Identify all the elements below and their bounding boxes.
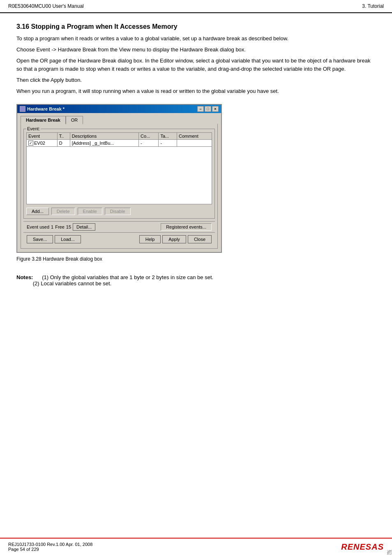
free-label: Free [55, 224, 65, 229]
col-event: Event [27, 132, 58, 139]
notes-label: Notes: [16, 274, 33, 280]
tab-bar: Hardware Break OR [21, 116, 218, 124]
paragraph-3: Open the OR page of the Hardware Break d… [16, 57, 376, 74]
event-used-label: Event used [27, 224, 49, 229]
section-title: 3.16 Stopping a Program when It Accesses… [16, 23, 376, 30]
dialog-body: Hardware Break OR Event: [17, 113, 221, 252]
table-row[interactable]: ✓ EV02 D [Address] _g_IntBu... - - [27, 139, 212, 146]
status-bar: Event used 1 Free 15 Detail... Registere… [23, 221, 215, 232]
col-comment: Comment [177, 132, 212, 139]
col-condition: Co... [139, 132, 159, 139]
note-2: (2) Local variables cannot be set. [33, 280, 112, 287]
disable-button[interactable]: Disable [105, 208, 131, 215]
note-1: (1) Only the global variables that are 1… [42, 274, 213, 280]
cell-type: D [57, 139, 70, 146]
dialog-titlebar: Hardware Break * – □ × [17, 105, 221, 113]
page-header: R0E530640MCU00 User's Manual 3. Tutorial [0, 0, 392, 13]
dialog-window: Hardware Break * – □ × Hardware Break OR [16, 104, 222, 253]
paragraph-1: To stop a program when it reads or write… [16, 35, 376, 43]
event-table: Event T.. Descriptions Co... Ta... Comme… [26, 132, 212, 147]
free-value: 15 [66, 224, 71, 229]
header-right: 3. Tutorial [362, 3, 384, 9]
enable-button[interactable]: Enable [78, 208, 102, 215]
status-left: Event used 1 Free 15 Detail... [27, 223, 95, 231]
page-content: 3.16 Stopping a Program when It Accesses… [0, 13, 392, 296]
save-button[interactable]: Save... [27, 235, 53, 243]
cell-comment [177, 139, 212, 146]
cell-condition: - [139, 139, 159, 146]
detail-button[interactable]: Detail... [73, 223, 95, 231]
tab-or[interactable]: OR [66, 116, 83, 124]
notes-section: Notes: (1) Only the global variables tha… [16, 274, 376, 287]
footer-ref: REJ10J1733-0100 Rev.1.00 Apr. 01, 2008 [8, 542, 92, 547]
delete-button[interactable]: Delete [51, 208, 75, 215]
event-checkbox-cell: ✓ EV02 [28, 141, 55, 146]
footer-buttons: Save... Load... Help Apply Close [23, 232, 215, 246]
tab-hardware-break[interactable]: Hardware Break [21, 116, 66, 124]
group-label: Event: [26, 126, 41, 131]
cell-task: - [159, 139, 177, 146]
maximize-button[interactable]: □ [205, 106, 211, 112]
dialog-title: Hardware Break * [27, 106, 65, 111]
figure-caption: Figure 3.28 Hardware Break dialog box [16, 256, 376, 262]
event-group: Event: Event T.. Descriptions Co... Ta..… [23, 129, 215, 219]
tab-content: Event: Event T.. Descriptions Co... Ta..… [21, 124, 218, 249]
paragraph-5: When you run a program, it will stop run… [16, 87, 376, 96]
close-button[interactable]: × [212, 106, 219, 112]
paragraph-4: Then click the Apply button. [16, 76, 376, 85]
col-task: Ta... [159, 132, 177, 139]
footer-page: Page 54 of 229 [8, 547, 92, 552]
event-checkbox[interactable]: ✓ [28, 141, 33, 146]
renesas-logo: RENESAS [341, 542, 384, 552]
help-button[interactable]: Help [139, 235, 161, 243]
load-button[interactable]: Load... [55, 235, 81, 243]
page-footer: REJ10J1733-0100 Rev.1.00 Apr. 01, 2008 P… [0, 538, 392, 555]
minimize-button[interactable]: – [197, 106, 204, 112]
apply-button[interactable]: Apply [162, 235, 186, 243]
event-id: EV02 [34, 141, 45, 146]
col-descriptions: Descriptions [70, 132, 138, 139]
empty-table-area [26, 147, 212, 204]
footer-left: REJ10J1733-0100 Rev.1.00 Apr. 01, 2008 P… [8, 542, 92, 552]
col-type: T.. [57, 132, 70, 139]
notes-indent [35, 274, 40, 280]
close-dialog-button[interactable]: Close [188, 235, 212, 243]
notes-indent2 [16, 280, 31, 287]
group-buttons: Add... Delete Enable Disable [26, 208, 212, 215]
titlebar-controls[interactable]: – □ × [197, 106, 219, 112]
header-left: R0E530640MCU00 User's Manual [8, 3, 84, 9]
event-used-value: 1 [51, 224, 53, 229]
add-button[interactable]: Add... [26, 208, 49, 215]
dialog-container: Hardware Break * – □ × Hardware Break OR [16, 104, 222, 253]
cell-event: ✓ EV02 [27, 139, 58, 146]
cell-description: [Address] _g_IntBu... [70, 139, 138, 146]
paragraph-2: Choose Event -> Hardware Break from the … [16, 46, 376, 54]
dialog-icon [20, 106, 25, 112]
titlebar-title: Hardware Break * [20, 106, 65, 112]
registered-events-button[interactable]: Registered events... [161, 223, 212, 231]
